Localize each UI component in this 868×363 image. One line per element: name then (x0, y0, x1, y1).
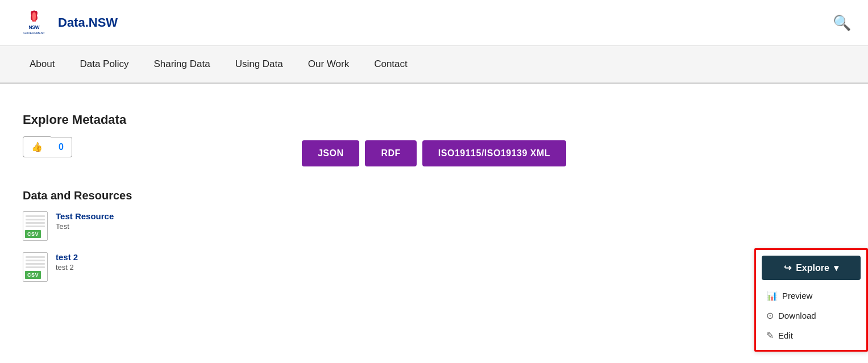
svg-point-5 (32, 12, 36, 20)
json-button[interactable]: JSON (302, 140, 360, 166)
resource-name-link[interactable]: test 2 (56, 252, 78, 262)
csv-label: CSV (25, 230, 41, 238)
like-button[interactable]: 👍 (23, 136, 51, 157)
xml-button[interactable]: ISO19115/ISO19139 XML (422, 140, 566, 166)
csv-label: CSV (25, 271, 41, 279)
resource-info: test 2 test 2 (56, 252, 78, 272)
rdf-button[interactable]: RDF (365, 140, 416, 166)
svg-text:NSW: NSW (28, 25, 39, 30)
chevron-down-icon: ▾ (834, 262, 838, 273)
logo-area: NSW GOVERNMENT Data.NSW (17, 6, 118, 40)
csv-line (26, 256, 45, 258)
like-count: 0 (51, 137, 72, 157)
dropdown-label-download: Download (778, 311, 816, 320)
edit-icon: ✎ (766, 330, 774, 341)
explore-arrow-icon: ↪ (784, 262, 791, 273)
svg-text:GOVERNMENT: GOVERNMENT (23, 31, 45, 35)
csv-line (26, 260, 45, 261)
page-divider (0, 84, 868, 84)
metadata-buttons-row: JSON RDF ISO19115/ISO19139 XML (23, 140, 845, 166)
nav-using-data[interactable]: Using Data (223, 46, 296, 82)
nav-sharing-data[interactable]: Sharing Data (141, 46, 222, 82)
bar-chart-icon: 📊 (766, 290, 778, 301)
dropdown-label-preview: Preview (782, 291, 812, 301)
resource-name-link[interactable]: Test Resource (56, 211, 114, 221)
dropdown-item-edit[interactable]: ✎ Edit (756, 326, 866, 345)
csv-line (26, 226, 45, 227)
csv-lines (26, 256, 45, 268)
search-icon: 🔍 (833, 14, 851, 31)
nav-contact[interactable]: Contact (362, 46, 420, 82)
dropdown-label-edit: Edit (778, 331, 793, 340)
data-resources-title: Data and Resources (23, 189, 845, 202)
csv-line (26, 263, 45, 265)
data-resources-section: Data and Resources CSV Test Resource Tes… (23, 189, 845, 282)
nav-data-policy[interactable]: Data Policy (67, 46, 141, 82)
site-header: NSW GOVERNMENT Data.NSW 🔍 (0, 0, 868, 46)
dropdown-item-download[interactable]: ⊙ Download (756, 306, 866, 326)
csv-icon: CSV (23, 211, 48, 241)
csv-lines (26, 215, 45, 227)
resource-info: Test Resource Test (56, 211, 114, 231)
explore-button[interactable]: ↪ Explore ▾ (762, 256, 861, 280)
nsw-logo: NSW GOVERNMENT (17, 6, 51, 40)
main-nav: About Data Policy Sharing Data Using Dat… (0, 46, 868, 84)
explore-metadata-title: Explore Metadata (23, 112, 845, 127)
list-item: CSV Test Resource Test (23, 211, 845, 241)
csv-line (26, 219, 45, 220)
resource-type: Test (56, 222, 114, 231)
main-content: Explore Metadata 👍 0 JSON RDF ISO19115/I… (0, 101, 868, 316)
download-icon: ⊙ (766, 310, 774, 321)
resource-type: test 2 (56, 263, 78, 272)
thumbs-up-icon: 👍 (31, 142, 43, 152)
site-title: Data.NSW (58, 15, 118, 30)
explore-dropdown-container: ↪ Explore ▾ 📊 Preview ⊙ Download ✎ Edit (754, 248, 868, 352)
nav-about[interactable]: About (17, 46, 67, 82)
csv-icon: CSV (23, 252, 48, 282)
csv-line (26, 215, 45, 217)
explore-button-label: Explore (796, 263, 829, 273)
list-item: CSV test 2 test 2 (23, 252, 845, 282)
dropdown-item-preview[interactable]: 📊 Preview (756, 286, 866, 306)
explore-dropdown-menu: 📊 Preview ⊙ Download ✎ Edit (756, 283, 866, 350)
search-button[interactable]: 🔍 (833, 14, 851, 32)
csv-line (26, 266, 45, 268)
nav-our-work[interactable]: Our Work (296, 46, 362, 82)
csv-line (26, 222, 45, 224)
